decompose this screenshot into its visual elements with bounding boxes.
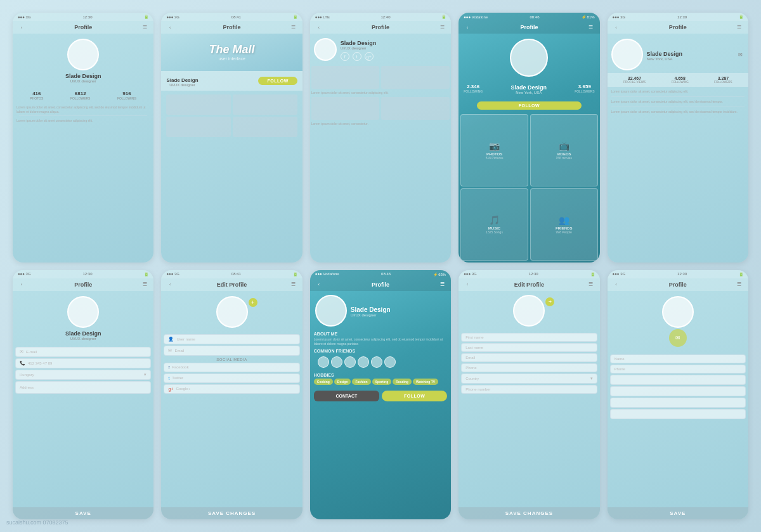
screen-6: ●●● 3G 12:30 🔋 ‹ Profile ☰ Slade Design … [13, 270, 153, 520]
save-button-10[interactable]: SAVE [608, 507, 748, 519]
menu-icon-9[interactable]: ☰ [587, 281, 595, 289]
name-field-10[interactable]: Name [610, 354, 746, 363]
extra-field-10c[interactable] [610, 398, 746, 408]
menu-icon-10[interactable]: ☰ [736, 281, 743, 289]
menu-icon-6[interactable]: ☰ [141, 281, 148, 289]
media-photos[interactable]: 📷 PHOTOS 516 Pictures [460, 114, 528, 186]
nav-bar-1: ‹ Profile ☰ [13, 21, 153, 34]
fb-icon[interactable]: f [341, 52, 349, 61]
back-icon-6[interactable]: ‹ [18, 281, 25, 289]
menu-icon-4[interactable]: ☰ [587, 23, 595, 31]
back-icon-7[interactable]: ‹ [166, 281, 174, 289]
back-icon-8[interactable]: ‹ [315, 281, 323, 289]
status-bar-1: ●●● 3G 12:30 🔋 [13, 13, 153, 21]
profile-stats-4: 2.346 Following Slade Design New York, U… [459, 82, 599, 97]
follow-button-2[interactable]: FOLLOW [258, 77, 297, 85]
edit-icon-5[interactable]: ✉ [737, 51, 745, 58]
profile-name-1: Slade Design [65, 73, 101, 79]
extra-field-10b[interactable] [610, 386, 746, 396]
nav-title-1: Profile [74, 24, 92, 30]
username-field-7[interactable]: 👤 User name [164, 334, 299, 344]
tw-icon[interactable]: t [353, 52, 361, 61]
back-icon-1[interactable]: ‹ [18, 23, 25, 31]
divider-5a [611, 96, 745, 97]
media-music[interactable]: 🎵 MUSIC 1325 Songs [460, 188, 528, 261]
back-icon-9[interactable]: ‹ [464, 281, 471, 289]
friend-6[interactable] [384, 356, 396, 368]
lorem-5c: Lorem ipsum dolor sit amet, consectetur … [611, 110, 745, 114]
email-field-6[interactable]: ✉ E-mail [15, 347, 151, 357]
friend-3[interactable] [344, 356, 356, 368]
content-area-2 [161, 91, 302, 263]
add-photo-button-7[interactable]: + [249, 298, 257, 307]
twitter-field-7[interactable]: t Twitter [164, 373, 299, 383]
menu-icon-5[interactable]: ☰ [736, 23, 743, 31]
menu-icon-2[interactable]: ☰ [290, 23, 297, 31]
save-button-9[interactable]: SAVE CHANGES [459, 507, 599, 519]
profile-row-8: Slade Design UI/UX designer [310, 291, 451, 330]
friend-1[interactable] [318, 356, 329, 368]
photo-1 [166, 94, 231, 115]
country-field-9[interactable]: Country ▾ [461, 373, 597, 384]
nav-title-8: Profile [372, 282, 389, 288]
photo-grid-3 [311, 66, 450, 89]
menu-icon-1[interactable]: ☰ [141, 23, 148, 31]
stats-row-1: 416 PHOTOS 6812 FOLLOWERS 916 FOLLOWING [13, 88, 153, 103]
firstname-field-9[interactable]: First name [461, 333, 597, 342]
google-field-7[interactable]: g+ Google+ [164, 384, 299, 394]
friend-4[interactable] [358, 356, 369, 368]
phone-field-10[interactable]: Phone [610, 365, 746, 373]
stat-following-4: 2.346 Following [464, 84, 483, 93]
mall-profile-sub: UI/UX designer [166, 83, 198, 87]
fb-icon-7: f [168, 365, 169, 370]
address-field-6[interactable]: Address [15, 381, 151, 394]
phone-field-6[interactable]: 📞 412 345 47 89 [15, 358, 151, 368]
email-field-9[interactable]: Email [461, 353, 597, 362]
photo-3a [311, 66, 380, 89]
follow-button-8[interactable]: FOLLOW [382, 391, 447, 401]
friend-5[interactable] [371, 356, 382, 368]
contact-button-8[interactable]: CONTACT [314, 391, 379, 401]
form-area-7: 👤 User name ✉ Email SOCIAL MEDIA f Faceb… [161, 333, 302, 508]
nav-title-5: Profile [669, 24, 687, 30]
avatar-1 [67, 39, 99, 70]
media-friends[interactable]: 👥 FRIENDS 998 People [530, 188, 598, 261]
phonenum-field-9[interactable]: Phone number [461, 385, 597, 394]
back-icon-5[interactable]: ‹ [613, 23, 620, 31]
save-button-7[interactable]: SAVE CHANGES [161, 507, 302, 519]
lastname-field-9[interactable]: Last name [461, 343, 597, 352]
menu-icon-7[interactable]: ☰ [290, 281, 297, 289]
country-field-6[interactable]: Hungary ▾ [15, 370, 151, 380]
menu-icon-3[interactable]: ☰ [438, 23, 446, 31]
email-field-7[interactable]: ✉ Email [164, 346, 299, 356]
avatar-7 [216, 296, 248, 328]
back-icon-10[interactable]: ‹ [613, 281, 620, 289]
profile-name-6: Slade Design [65, 330, 101, 337]
profile-sub-6: UI/UX designer [70, 337, 96, 341]
nav-bar-6: ‹ Profile ☰ [13, 278, 153, 291]
extra-field-10d[interactable] [610, 409, 746, 419]
profile-name-8: Slade Design [351, 306, 391, 313]
back-icon-2[interactable]: ‹ [166, 23, 174, 31]
status-bar-5: ●●● 3G 12:30 🔋 [608, 13, 748, 21]
add-photo-button-9[interactable]: + [545, 297, 554, 306]
mall-header: The Mall user interface [161, 34, 302, 71]
gp-icon[interactable]: g+ [365, 52, 374, 61]
facebook-field-7[interactable]: f Facebook [164, 363, 299, 372]
hobby-fashion: Fashion [352, 379, 370, 385]
follow-button-4[interactable]: FOLLOW [477, 101, 582, 110]
menu-icon-8[interactable]: ☰ [438, 281, 446, 289]
lorem-text-1b: Lorem ipsum dolor sit amet consectetur a… [16, 119, 150, 123]
media-videos[interactable]: 📺 VIDEOS 156 movies [530, 114, 598, 186]
friend-2[interactable] [331, 356, 342, 368]
extra-field-10a[interactable] [610, 375, 746, 385]
edit-icon-10[interactable]: ✉ [669, 329, 687, 347]
profile-header-9: + [459, 291, 599, 330]
save-button-6[interactable]: SAVE [13, 507, 153, 519]
back-icon-4[interactable]: ‹ [464, 23, 471, 31]
hobby-cooking: Cooking [314, 379, 333, 385]
phone-field-9[interactable]: Phone [461, 363, 597, 372]
back-icon-3[interactable]: ‹ [315, 23, 323, 31]
content-area-5: Lorem ipsum dolor sit amet, consectetur … [608, 87, 748, 263]
profile-sub-1: UI/UX designer [70, 79, 96, 83]
